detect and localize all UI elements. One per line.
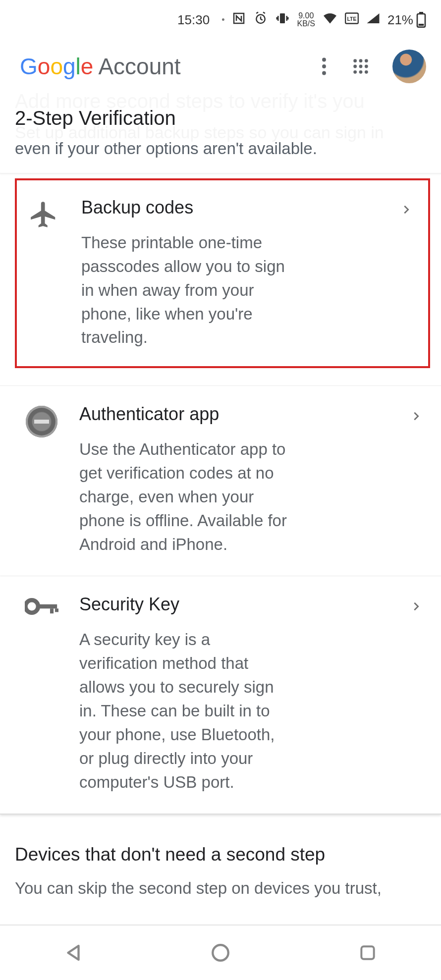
svg-point-8 [322, 64, 326, 68]
option-title: Authenticator app [79, 404, 386, 425]
authenticator-icon [24, 404, 59, 556]
svg-point-19 [25, 600, 38, 613]
page-title-section: Add more second steps to verify it's you… [0, 95, 441, 129]
chevron-right-icon [395, 197, 417, 349]
option-backup-codes[interactable]: Backup codes These printable one-time pa… [17, 180, 428, 366]
key-icon [24, 594, 59, 794]
chevron-right-icon [405, 404, 427, 556]
ghost-subheading: Set up additional backup steps so you ca… [15, 123, 384, 142]
volte-icon: LTE [345, 12, 359, 28]
battery-status: 21% [387, 12, 426, 28]
svg-point-15 [365, 65, 368, 68]
google-account-logo: Google Account [20, 53, 181, 80]
svg-point-18 [365, 70, 368, 74]
status-bar: 15:30 • 9.00 KB/S LTE 21% [0, 0, 441, 40]
svg-rect-5 [419, 12, 423, 14]
svg-point-14 [359, 65, 363, 68]
svg-point-9 [322, 71, 326, 75]
vibrate-icon [275, 11, 290, 29]
option-desc: A security key is a verification method … [79, 628, 287, 794]
status-dot-icon: • [221, 15, 224, 25]
svg-rect-24 [361, 946, 374, 959]
airplane-icon [26, 197, 61, 349]
section-title: Devices that don't need a second step [15, 844, 426, 865]
alarm-icon [253, 11, 268, 29]
option-authenticator-app[interactable]: Authenticator app Use the Authenticator … [0, 386, 441, 576]
svg-point-10 [353, 59, 357, 62]
more-options-icon[interactable] [310, 57, 338, 75]
status-time: 15:30 [177, 12, 210, 28]
svg-rect-22 [55, 609, 58, 612]
svg-point-23 [213, 945, 228, 961]
network-speed: 9.00 KB/S [297, 12, 315, 28]
user-avatar[interactable] [392, 50, 426, 83]
svg-rect-1 [280, 13, 285, 23]
ghost-heading: Add more second steps to verify it's you [15, 90, 365, 112]
chevron-right-icon [405, 594, 427, 794]
option-security-key[interactable]: Security Key A security key is a verific… [0, 576, 441, 815]
wifi-icon [322, 12, 338, 28]
signal-icon [366, 12, 381, 28]
highlight-box: Backup codes These printable one-time pa… [15, 178, 430, 368]
svg-point-13 [353, 65, 357, 68]
option-desc: These printable one-time passcodes allow… [81, 231, 289, 349]
nav-recents-button[interactable] [353, 938, 383, 968]
nav-home-button[interactable] [206, 938, 235, 968]
nfc-icon [231, 11, 246, 29]
option-title: Backup codes [81, 197, 376, 218]
svg-point-16 [353, 70, 357, 74]
apps-grid-icon[interactable] [347, 58, 375, 75]
svg-point-11 [359, 59, 363, 62]
option-desc: Use the Authenticator app to get verific… [79, 437, 287, 556]
svg-rect-21 [50, 609, 54, 614]
svg-point-17 [359, 70, 363, 74]
nav-back-button[interactable] [58, 938, 88, 968]
trusted-devices-section: Devices that don't need a second step Yo… [0, 815, 441, 910]
svg-point-7 [322, 58, 326, 62]
svg-text:LTE: LTE [347, 15, 356, 21]
app-header: Google Account [0, 40, 441, 95]
section-desc: You can skip the second step on devices … [15, 877, 426, 900]
system-nav-bar [0, 925, 441, 980]
svg-point-12 [365, 59, 368, 62]
option-title: Security Key [79, 594, 386, 615]
svg-rect-20 [38, 604, 57, 609]
svg-rect-6 [419, 24, 424, 26]
